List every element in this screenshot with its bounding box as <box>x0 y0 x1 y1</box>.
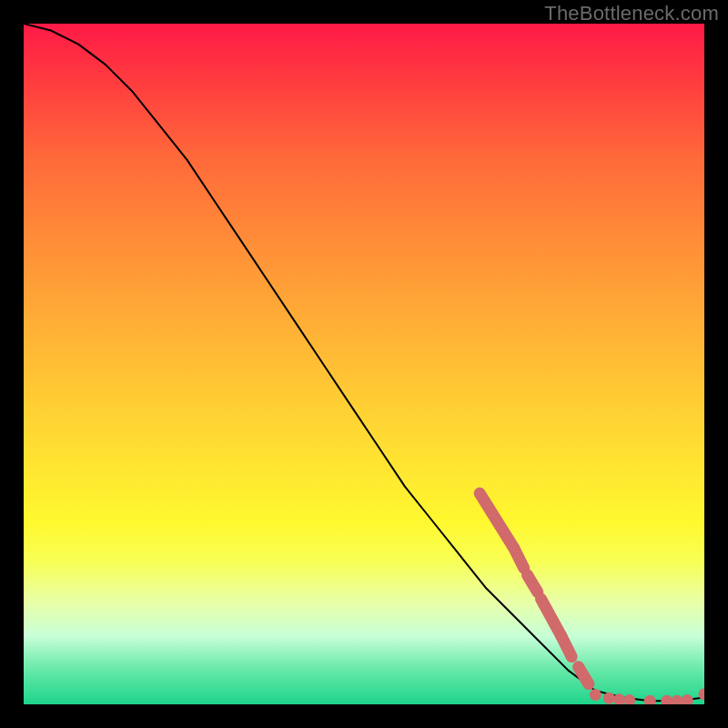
marker-dot <box>661 695 672 704</box>
marker-dot <box>590 689 602 701</box>
marker-segment <box>541 599 561 636</box>
marker-dot <box>672 695 683 704</box>
curve-line <box>24 24 704 701</box>
marker-segments <box>480 493 589 683</box>
marker-dot <box>682 694 693 704</box>
marker-dot <box>623 694 635 704</box>
marker-segment <box>528 575 538 592</box>
marker-segment <box>561 636 571 656</box>
marker-dots <box>590 688 704 704</box>
marker-segment <box>480 493 513 548</box>
chart-svg <box>24 24 704 704</box>
marker-segment <box>514 548 524 568</box>
chart-stage: TheBottleneck.com <box>0 0 728 728</box>
marker-dot <box>644 695 656 704</box>
marker-dot <box>603 693 615 704</box>
watermark-text: TheBottleneck.com <box>544 2 719 25</box>
marker-segment <box>579 667 589 684</box>
